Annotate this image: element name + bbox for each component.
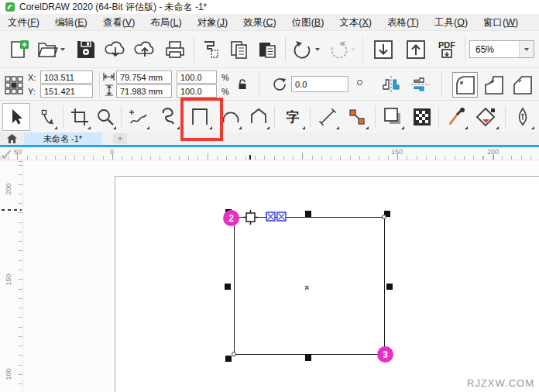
menu-object[interactable]: 对象J — [190, 14, 236, 31]
object-height-icon — [105, 84, 114, 96]
x-position-label: X: — [28, 73, 36, 82]
menu-table[interactable]: 表格T — [379, 14, 427, 31]
propbar-separator — [259, 71, 259, 98]
open-dropdown-caret[interactable] — [60, 48, 65, 51]
pdf-label: PDF — [438, 41, 455, 49]
menu-bitmaps[interactable]: 位图B — [284, 14, 332, 31]
window-title: CorelDRAW 2020 (64-Bit 评估版) - 未命名 -1* — [19, 1, 207, 14]
rotation-angle-field[interactable]: 0.0 — [291, 76, 348, 92]
scale-h-field[interactable]: 100.0 — [177, 70, 217, 84]
text-tool[interactable]: 字 — [279, 103, 307, 131]
object-height-field[interactable]: 71.983 mm — [116, 84, 172, 98]
interactive-fill-tool[interactable] — [472, 103, 500, 131]
horizontal-ruler[interactable]: 50 0 150 200 — [0, 147, 539, 160]
propbar-separator — [99, 71, 100, 98]
crop-tool[interactable] — [67, 103, 92, 131]
red-highlight-annotation — [180, 98, 223, 141]
vertical-ruler[interactable]: 200 150 100 — [0, 160, 23, 392]
redo-button[interactable] — [325, 36, 358, 63]
connector-tool[interactable] — [344, 103, 370, 131]
transparency-tool[interactable] — [409, 103, 435, 131]
polygon-tool[interactable] — [246, 103, 271, 131]
menu-text[interactable]: 文本X — [331, 14, 379, 31]
menu-tools[interactable]: 工具O — [427, 14, 475, 31]
selection-handle-bottom-middle[interactable] — [305, 355, 311, 361]
toolbox-separator — [375, 106, 376, 128]
save-button[interactable] — [73, 36, 99, 63]
rectangle-cursor-icon — [243, 210, 258, 225]
undo-dropdown-caret[interactable] — [315, 48, 320, 51]
export-button[interactable] — [403, 36, 429, 63]
mirror-horizontal-button[interactable] — [381, 75, 401, 94]
hruler-ticks — [0, 156, 539, 160]
y-position-field[interactable]: 151.421 mm — [40, 84, 93, 98]
new-tab-button[interactable]: + — [113, 133, 127, 144]
zoom-dropdown-button[interactable] — [519, 41, 534, 57]
hruler-label: 150 — [391, 148, 403, 156]
menu-layout[interactable]: 布局L — [142, 14, 189, 31]
step-marker-3: 3 — [377, 346, 393, 363]
document-tab[interactable]: 未命名 -1* — [24, 132, 101, 145]
open-button[interactable] — [34, 36, 67, 63]
drawn-rectangle-object[interactable] — [234, 217, 385, 355]
corner-node-bottom-left[interactable] — [232, 352, 236, 356]
corner-node-top-right[interactable] — [382, 215, 386, 219]
lock-ratio-icon[interactable] — [237, 78, 248, 91]
selection-handle-middle-left[interactable] — [225, 284, 231, 290]
vruler-cursor-indicator — [2, 209, 22, 211]
toolbox-separator — [310, 106, 311, 128]
freehand-tool[interactable] — [125, 103, 151, 131]
redo-dropdown-caret[interactable] — [351, 48, 355, 51]
snap-indicator-icon — [276, 211, 287, 222]
toolbar-separator — [465, 37, 465, 62]
toolbar-separator — [194, 37, 194, 62]
mirror-vertical-button[interactable] — [410, 75, 431, 94]
shape-tool[interactable] — [34, 103, 59, 131]
outline-pen-tool[interactable] — [510, 103, 536, 131]
cut-button[interactable] — [198, 36, 225, 63]
print-button[interactable] — [161, 36, 189, 63]
paste-button[interactable] — [254, 36, 280, 63]
new-document-button[interactable] — [5, 36, 33, 63]
menu-effects[interactable]: 效果C — [235, 14, 283, 31]
scale-v-percent: % — [221, 87, 229, 96]
x-position-field[interactable]: 103.511 mm — [40, 70, 93, 84]
hruler-cursor-indicator — [249, 155, 251, 160]
zoom-tool[interactable] — [93, 103, 118, 131]
dimension-tool[interactable] — [314, 103, 341, 131]
menu-window[interactable]: 窗口W — [475, 14, 526, 31]
object-width-field[interactable]: 79.754 mm — [116, 70, 172, 84]
selection-handle-top-middle[interactable] — [305, 211, 311, 217]
menu-view[interactable]: 查看V — [95, 14, 143, 31]
home-icon — [7, 134, 17, 143]
welcome-home-button[interactable] — [0, 132, 23, 145]
zoom-level-combo[interactable]: 65% — [469, 40, 534, 58]
menu-edit[interactable]: 编辑E — [47, 14, 95, 31]
scale-v-field[interactable]: 100.0 — [177, 84, 217, 98]
import-button[interactable] — [370, 36, 397, 63]
cloud-save-button[interactable] — [132, 36, 158, 63]
hruler-label: 0 — [110, 148, 114, 156]
toolbox-separator — [121, 106, 122, 128]
object-origin-grid-icon[interactable] — [3, 74, 25, 96]
round-corner-button[interactable] — [452, 72, 478, 98]
pick-tool[interactable] — [2, 103, 30, 131]
scalloped-corner-button[interactable] — [481, 72, 506, 98]
selection-handle-middle-right[interactable] — [386, 284, 393, 290]
chamfered-corner-button[interactable] — [510, 72, 535, 98]
vruler-label: 150 — [5, 272, 12, 287]
color-eyedropper-tool[interactable] — [443, 103, 469, 131]
drawing-workspace[interactable]: 200 150 100 × — [0, 160, 539, 392]
menu-file[interactable]: 文件F — [0, 14, 47, 31]
selection-handle-bottom-left[interactable] — [225, 356, 232, 362]
document-tab-label: 未命名 -1* — [43, 133, 82, 145]
artistic-media-tool[interactable] — [155, 103, 181, 131]
title-bar: CorelDRAW 2020 (64-Bit 评估版) - 未命名 -1* — [0, 0, 539, 14]
drop-shadow-tool[interactable] — [379, 103, 406, 131]
toolbar-separator — [362, 37, 363, 62]
step-marker-2: 2 — [223, 210, 239, 226]
publish-pdf-button[interactable]: PDF — [432, 36, 462, 63]
cloud-open-button[interactable] — [102, 36, 129, 63]
undo-button[interactable] — [290, 36, 322, 63]
copy-button[interactable] — [226, 36, 252, 63]
